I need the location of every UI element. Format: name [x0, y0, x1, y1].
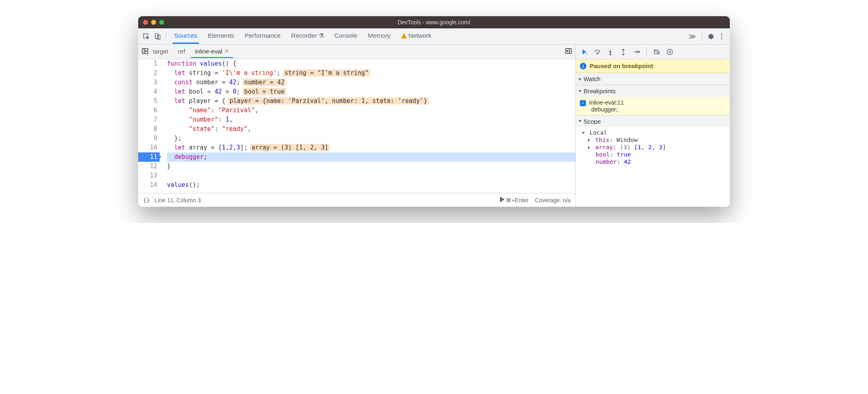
code-content[interactable]: function values() { let string = 'I\'m a…	[160, 59, 575, 193]
pause-on-exceptions-button[interactable]	[665, 47, 675, 57]
svg-rect-1	[155, 34, 158, 39]
svg-rect-20	[670, 51, 671, 53]
svg-point-4	[721, 36, 723, 37]
code-line[interactable]: values();	[167, 180, 575, 190]
breakpoint-checkbox[interactable]: ✓	[580, 100, 586, 106]
line-number[interactable]: 10	[138, 143, 157, 152]
svg-point-14	[623, 54, 624, 55]
scope-header[interactable]: Scope	[576, 116, 730, 127]
scope-variable-number[interactable]: number: 42	[576, 158, 730, 165]
code-line[interactable]: debugger;	[167, 152, 575, 162]
svg-point-12	[610, 54, 611, 55]
step-into-button[interactable]	[605, 47, 616, 57]
warning-icon	[401, 33, 407, 39]
debugger-toolbar	[576, 45, 730, 59]
file-tab-target[interactable]: target	[149, 45, 172, 58]
code-line[interactable]: const number = 42;number = 42	[167, 78, 575, 87]
code-area[interactable]: 1234567891011121314 function values() { …	[138, 59, 575, 193]
paused-banner-text: Paused on breakpoint	[590, 62, 653, 69]
code-line[interactable]: };	[167, 134, 575, 143]
device-toolbar-icon[interactable]	[152, 31, 163, 42]
file-tab-inline-eval[interactable]: inline-eval✕	[191, 45, 233, 58]
code-line[interactable]: "number": 1,	[167, 115, 575, 124]
svg-point-16	[638, 51, 639, 52]
line-number[interactable]: 5	[138, 96, 157, 106]
panel-tab-network[interactable]: Network	[400, 29, 433, 44]
svg-rect-19	[669, 51, 670, 53]
code-line[interactable]: function values() {	[167, 59, 575, 69]
line-number[interactable]: 3	[138, 78, 157, 87]
scope-body: Local this: Window array: (3) [1, 2, 3] …	[576, 127, 730, 167]
watch-section: Watch	[576, 73, 730, 85]
panel-tab-elements[interactable]: Elements	[206, 29, 236, 44]
panel-tab-recorder[interactable]: Recorder ⚗	[289, 29, 325, 44]
line-number[interactable]: 1	[138, 59, 157, 69]
more-options-icon[interactable]	[565, 47, 572, 56]
line-number[interactable]: 6	[138, 106, 157, 115]
line-number[interactable]: 11	[138, 152, 157, 162]
pretty-print-icon[interactable]: {}	[143, 197, 150, 203]
resume-button[interactable]	[579, 47, 590, 57]
line-number[interactable]: 7	[138, 115, 157, 124]
code-line[interactable]: }	[167, 162, 575, 171]
line-number[interactable]: 9	[138, 134, 157, 143]
code-line[interactable]	[167, 171, 575, 180]
inline-value-hint: string = "I'm a string"	[283, 69, 370, 77]
editor-statusbar: {} Line 11, Column 3 ⌘+Enter Coverage: n…	[138, 193, 575, 207]
breakpoint-item[interactable]: ✓inline-eval:11 debugger;	[576, 97, 730, 115]
line-number[interactable]: 8	[138, 124, 157, 134]
coverage-label: Coverage: n/a	[535, 197, 571, 203]
settings-icon[interactable]	[705, 31, 716, 42]
svg-point-3	[721, 34, 723, 35]
kebab-menu-icon[interactable]	[716, 31, 727, 42]
step-button[interactable]	[631, 47, 641, 57]
line-number[interactable]: 12	[138, 162, 157, 171]
line-number[interactable]: 14	[138, 180, 157, 190]
more-tabs-icon[interactable]: ≫	[685, 32, 699, 41]
scope-variable-bool[interactable]: bool: true	[576, 151, 730, 158]
chevron-down-icon	[579, 120, 582, 122]
close-tab-icon[interactable]: ✕	[224, 48, 229, 54]
code-line[interactable]: "name": "Parzival",	[167, 106, 575, 115]
panel-tab-performance[interactable]: Performance	[243, 29, 282, 44]
inspect-element-icon[interactable]	[141, 31, 152, 42]
scope-variable-this[interactable]: this: Window	[576, 136, 730, 143]
file-tab-ref[interactable]: ref	[174, 45, 189, 58]
panel-tab-memory[interactable]: Memory	[366, 29, 392, 44]
scope-local-header[interactable]: Local	[576, 129, 730, 136]
code-line[interactable]: "state": "ready",	[167, 124, 575, 134]
scope-variable-array[interactable]: array: (3) [1, 2, 3]	[576, 143, 730, 151]
code-line[interactable]: let string = 'I\'m a string';string = "I…	[167, 69, 575, 78]
breakpoints-section: Breakpoints ✓inline-eval:11 debugger;	[576, 85, 730, 116]
svg-point-5	[721, 38, 723, 39]
code-line[interactable]: let player = {player = {name: 'Parzival'…	[167, 96, 575, 106]
panel-tab-sources[interactable]: Sources	[173, 29, 199, 44]
breakpoints-header[interactable]: Breakpoints	[576, 85, 730, 97]
window-title: DevTools - www.google.com/	[138, 19, 730, 26]
panel-tab-console[interactable]: Console	[333, 29, 359, 44]
line-number[interactable]: 2	[138, 69, 157, 78]
line-number-gutter[interactable]: 1234567891011121314	[138, 59, 160, 193]
play-icon	[500, 197, 505, 202]
panel-tabs: SourcesElementsPerformanceRecorder ⚗Cons…	[173, 29, 685, 44]
chevron-right-icon	[588, 146, 590, 149]
step-over-button[interactable]	[592, 47, 603, 57]
code-line[interactable]: let bool = 42 > 0;bool = true	[167, 87, 575, 96]
flask-icon: ⚗	[319, 32, 324, 39]
file-tabs: targetrefinline-eval✕	[149, 45, 233, 58]
show-navigator-icon[interactable]	[141, 47, 149, 56]
info-icon: i	[580, 63, 586, 69]
code-line[interactable]: let array = [1,2,3];array = (3) [1, 2, 3…	[167, 143, 575, 152]
run-snippet-button[interactable]: ⌘+Enter	[500, 197, 529, 203]
scope-section: Scope Local this: Window array: (3) [1, …	[576, 116, 730, 167]
chevron-down-icon	[579, 90, 582, 92]
inline-value-hint: array = (3) [1, 2, 3]	[250, 144, 330, 151]
step-out-button[interactable]	[618, 47, 629, 57]
watch-header[interactable]: Watch	[576, 73, 730, 85]
chevron-right-icon	[588, 139, 590, 142]
line-number[interactable]: 13	[138, 171, 157, 180]
deactivate-breakpoints-button[interactable]	[652, 47, 662, 57]
chevron-down-icon	[582, 132, 585, 134]
line-number[interactable]: 4	[138, 87, 157, 96]
main-content: targetrefinline-eval✕ 123456789101112131…	[138, 45, 730, 207]
